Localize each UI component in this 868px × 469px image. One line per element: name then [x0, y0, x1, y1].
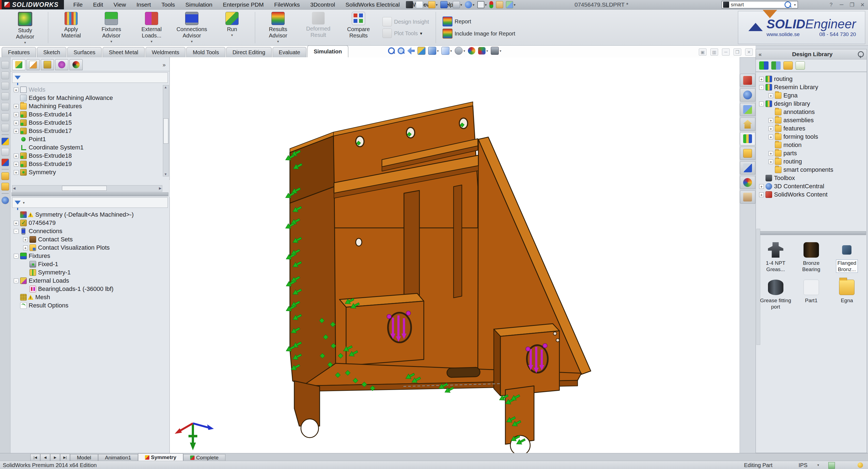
expand-icon[interactable]: +	[14, 112, 19, 117]
design-library-splitter[interactable]	[756, 231, 866, 235]
dropdown-caret-icon[interactable]: ▾	[436, 3, 438, 7]
add-to-library-button[interactable]	[759, 61, 769, 70]
pencil-button[interactable]	[405, 1, 414, 8]
panel-tabs-overflow-icon[interactable]: »	[162, 62, 168, 68]
scroll-right-icon[interactable]: ▶	[159, 186, 161, 191]
design-library-tree-item[interactable]: +forming tools	[757, 133, 867, 141]
menu-file[interactable]: File	[69, 0, 87, 9]
task-pane-tab-file-explorer[interactable]	[740, 103, 755, 116]
dropdown-caret-icon[interactable]: ▾	[514, 3, 516, 7]
previous-view-button[interactable]	[407, 47, 415, 55]
simulation-tree-item[interactable]: +Result Options	[11, 301, 169, 310]
collapse-icon[interactable]: -	[14, 229, 19, 234]
study-tab-symmetry[interactable]: Symmetry	[138, 453, 183, 461]
design-library-tree-item[interactable]: +Toolbox	[757, 174, 867, 182]
menu-simulation[interactable]: Simulation	[181, 0, 217, 9]
collapse-panel-icon[interactable]: «	[758, 51, 767, 58]
menu-view[interactable]: View	[109, 0, 130, 9]
expand-icon[interactable]: +	[769, 126, 773, 131]
dropdown-caret-icon[interactable]: ▾	[450, 49, 452, 53]
dropdown-caret-icon[interactable]: ▾	[231, 33, 233, 37]
design-library-tree-item[interactable]: -Resemin Library	[757, 83, 867, 91]
dropdown-caret-icon[interactable]: ▾	[485, 3, 487, 7]
cube-gray-icon[interactable]	[1, 103, 9, 111]
panel-tab-dimxpert-manager[interactable]	[55, 59, 68, 70]
cube-gray-icon[interactable]	[1, 82, 9, 90]
units-label[interactable]: IPS	[799, 461, 807, 469]
restore-icon[interactable]: ❐	[848, 2, 856, 8]
tab-surfaces[interactable]: Surfaces	[67, 47, 102, 57]
new-doc-button[interactable]: ▾	[415, 1, 426, 8]
search-icon[interactable]	[784, 1, 791, 8]
library-item[interactable]: Bronze Bearing	[794, 242, 828, 272]
graphics-viewport[interactable]	[170, 57, 740, 453]
fixtures-advisor-button[interactable]: FixturesAdvisor▾	[91, 10, 131, 45]
expand-icon[interactable]: +	[23, 237, 28, 242]
restore-icon[interactable]: ❐	[734, 48, 741, 56]
hide-show-button[interactable]: ▾	[455, 47, 465, 55]
tab-nav-button[interactable]: ◀	[40, 454, 50, 461]
expand-icon[interactable]: +	[14, 121, 19, 125]
panel-splitter[interactable]	[11, 192, 168, 196]
task-pane-tab-3d-contentcentral[interactable]	[740, 88, 755, 102]
tags-icon[interactable]	[828, 462, 835, 469]
scrollbar-thumb[interactable]	[62, 186, 106, 191]
display-style-button[interactable]: ▾	[441, 47, 452, 55]
folder-gold-icon[interactable]	[1, 172, 9, 180]
expand-icon[interactable]: +	[14, 154, 19, 158]
simulation-tree-item[interactable]: -External Loads	[11, 277, 169, 285]
design-library-tree-item[interactable]: +annotations	[757, 108, 867, 116]
simulation-tree-item[interactable]: -Fixtures	[11, 252, 169, 260]
scroll-down-icon[interactable]: ▼	[163, 172, 168, 176]
close-icon[interactable]: ✕	[859, 2, 866, 8]
expand-icon[interactable]: +	[14, 162, 19, 167]
collapse-icon[interactable]: -	[14, 254, 19, 259]
design-library-tree-item[interactable]: +routing	[757, 75, 867, 83]
dropdown-caret-icon[interactable]: ▾	[437, 49, 439, 53]
feature-tree-item[interactable]: +Welds	[11, 86, 169, 94]
search-caret-icon[interactable]: ▾	[794, 3, 796, 7]
filter-caret-icon[interactable]: ▾	[23, 201, 25, 205]
collapse-icon[interactable]: -	[759, 85, 764, 90]
expand-icon[interactable]: +	[769, 135, 773, 139]
tab-nav-button[interactable]: |◀	[30, 454, 40, 461]
compare-results-button[interactable]: CompareResults	[338, 10, 379, 45]
options-box-button[interactable]	[495, 1, 504, 8]
task-pane-tab-appearances-home[interactable]	[740, 118, 755, 131]
zoom-area-button[interactable]	[398, 47, 404, 54]
feature-tree-item[interactable]: +Coordinate System1	[11, 143, 169, 152]
minimize-icon[interactable]: ─	[722, 48, 730, 56]
menu-edit[interactable]: Edit	[89, 0, 107, 9]
scroll-up-icon[interactable]: ▲	[163, 85, 168, 89]
menu-tools[interactable]: Tools	[157, 0, 179, 9]
library-item[interactable]: 1-4 NPT Greas...	[758, 242, 793, 272]
collapse-icon[interactable]: -	[14, 278, 19, 283]
dims-gray-icon[interactable]	[1, 148, 9, 156]
panel-tab-property-manager[interactable]	[27, 59, 40, 70]
expand-icon[interactable]: +	[759, 77, 764, 81]
zoom-fit-button[interactable]	[388, 47, 395, 54]
scrollbar-thumb[interactable]	[163, 119, 168, 144]
cube-gray-icon[interactable]	[1, 93, 9, 100]
search-box[interactable]: ▾	[721, 1, 798, 8]
tab-simulation[interactable]: Simulation	[307, 45, 348, 57]
tab-mold-tools[interactable]: Mold Tools	[186, 47, 225, 57]
include-image-for-report-button[interactable]: Include Image for Report	[442, 29, 515, 38]
menu-3dcontrol[interactable]: 3Dcontrol	[306, 0, 340, 9]
view-settings-button[interactable]: ▾	[491, 47, 501, 55]
dropdown-caret-icon[interactable]: ▾	[24, 40, 26, 44]
library-item[interactable]: Flanged Bronz...	[830, 242, 864, 272]
design-library-tree-item[interactable]: +motion	[757, 141, 867, 149]
tile-icon[interactable]: ▥	[710, 48, 718, 56]
simulation-tree-item[interactable]: +Contact Sets	[11, 235, 169, 243]
dropdown-caret-icon[interactable]: ▾	[277, 39, 279, 43]
expand-icon[interactable]: +	[23, 245, 28, 250]
cascade-icon[interactable]: ▣	[699, 48, 707, 56]
feature-tree-item[interactable]: +Edges for Machining Allowance	[11, 94, 169, 102]
menu-fileworks[interactable]: FileWorks	[270, 0, 304, 9]
cube-gray-icon[interactable]	[1, 72, 9, 79]
search-scope-icon[interactable]	[723, 2, 729, 8]
design-library-scrollbar[interactable]	[756, 229, 760, 345]
menu-enterprise-pdm[interactable]: Enterprise PDM	[218, 0, 268, 9]
dropdown-caret-icon[interactable]: ▾	[500, 49, 501, 53]
